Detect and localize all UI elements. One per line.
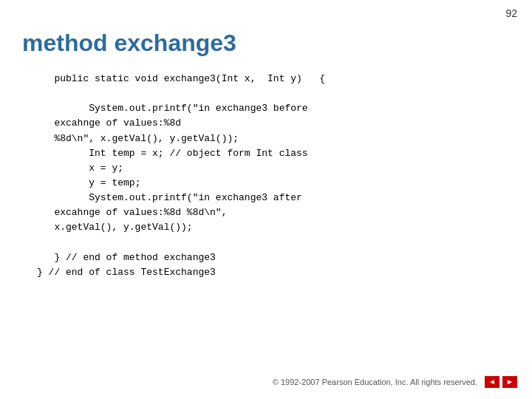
slide-number: 92 <box>505 7 517 19</box>
code-line-8: y = temp; <box>37 177 140 188</box>
slide-title: method exchange3 <box>22 30 510 57</box>
code-line-13: } // end of method exchange3 <box>37 252 216 263</box>
code-line-6: Int temp = x; // object form Int class <box>37 148 308 159</box>
nav-buttons: ◄ ► <box>485 376 517 388</box>
code-line-7: x = y; <box>37 163 123 174</box>
code-line-9: System.out.printf("in exchange3 after <box>37 192 302 203</box>
prev-arrow-icon: ◄ <box>488 378 496 386</box>
slide-container: 92 method exchange3 public static void e… <box>0 0 532 399</box>
code-line-1: public static void exchange3(Int x, Int … <box>37 73 325 84</box>
copyright-text: © 1992-2007 Pearson Education, Inc. All … <box>273 378 477 386</box>
next-button[interactable]: ► <box>502 376 517 388</box>
prev-button[interactable]: ◄ <box>485 376 499 388</box>
code-line-3: System.out.printf("in exchange3 before <box>37 103 308 114</box>
code-line-4: excahnge of values:%8d <box>37 117 181 129</box>
code-line-11: x.getVal(), y.getVal()); <box>37 222 193 233</box>
next-arrow-icon: ► <box>506 378 514 386</box>
code-block: public static void exchange3(Int x, Int … <box>37 72 510 280</box>
code-line-14: } // end of class TestExchange3 <box>37 267 216 278</box>
code-line-10: excahnge of values:%8d %8d\n", <box>37 207 227 218</box>
footer: © 1992-2007 Pearson Education, Inc. All … <box>273 376 517 388</box>
code-line-5: %8d\n", x.getVal(), y.getVal()); <box>37 133 239 144</box>
